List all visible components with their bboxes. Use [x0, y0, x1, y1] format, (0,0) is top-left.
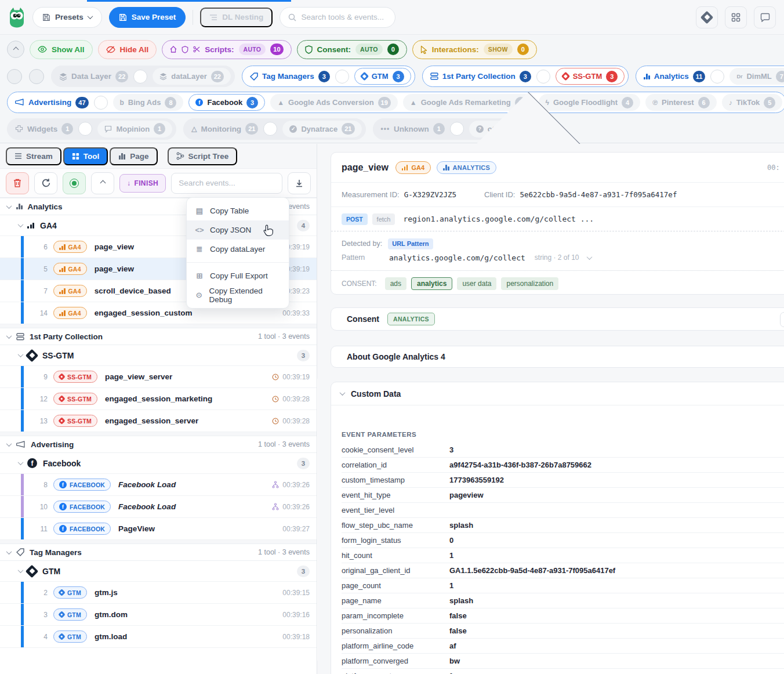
param-row: platform_convergedbw [342, 654, 784, 669]
tool-row-ss-gtm[interactable]: SS-GTM 3 [0, 345, 317, 366]
event-color-bar [21, 582, 24, 603]
custom-data-header[interactable]: Custom Data [331, 382, 784, 405]
presets-button[interactable]: Presets [32, 7, 102, 28]
group-advertising-toggle[interactable]: Advertising 47 [15, 97, 89, 108]
section-header-first-party[interactable]: 1st Party Collection 1 tool · 3 events [0, 328, 317, 345]
events-search-input[interactable] [179, 179, 275, 187]
tool-chip-tiktok[interactable]: ♪ TikTok 5 [722, 94, 783, 111]
group-tag-managers-toggle[interactable]: Tag Managers 3 [250, 71, 330, 82]
group-collapse-button[interactable] [78, 122, 92, 136]
group-collapse-button[interactable] [263, 122, 277, 136]
event-row[interactable]: 12 SS-GTM engaged_session_marketing 00:3… [0, 388, 317, 410]
hide-all-button[interactable]: Hide All [98, 40, 157, 59]
filter-row-collection: Data Layer 22 dataLayer 22 Tag Managers … [0, 63, 784, 89]
menu-item-copy-datalayer[interactable]: ≣Copy dataLayer [187, 240, 289, 259]
events-search[interactable] [171, 173, 282, 194]
tool-chip-bing-ads[interactable]: b Bing Ads 8 [113, 94, 184, 111]
dl-nesting-button[interactable]: DL Nesting [200, 8, 273, 27]
scripts-filter-button[interactable]: Scripts: AUTO 10 [162, 40, 291, 59]
tab-tool[interactable]: Tool [63, 147, 108, 165]
show-all-button[interactable]: Show All [30, 40, 93, 59]
collapse-filters-button[interactable] [7, 41, 24, 58]
tab-page[interactable]: Page [110, 147, 157, 165]
group-first-party-toggle[interactable]: 1st Party Collection 3 [430, 71, 531, 82]
event-row[interactable]: 8 fFACEBOOK Facebook Load 00:39:26 [0, 474, 317, 496]
group-label: Unknown [394, 125, 429, 133]
tool-name: SS-GTM [42, 351, 74, 360]
nested-list-icon [209, 14, 217, 21]
loading-progress-bar [87, 0, 291, 2]
ss-gtm-diamond-icon [59, 396, 64, 401]
event-row[interactable]: 4 GTM gtm.load 00:39:18 [0, 626, 317, 648]
group-monitoring-toggle[interactable]: △ Monitoring 21 [191, 123, 258, 135]
tool-chip-google-floodlight[interactable]: ϟ Google Floodlight 4 [539, 94, 641, 111]
ga4-bars-icon [59, 244, 66, 250]
tool-chip-mopinion[interactable]: Mopinion 1 [97, 121, 172, 137]
gtm-shortcut-button[interactable] [696, 6, 718, 28]
group-collapse-button[interactable] [450, 122, 464, 136]
clipped-button[interactable] [780, 312, 784, 327]
tool-chip-google-ads-conversion[interactable]: ▲ Google Ads Conversion 19 [270, 94, 398, 111]
group-widgets-toggle[interactable]: Widgets 1 [15, 123, 73, 135]
save-preset-button[interactable]: Save Preset [109, 7, 186, 28]
grid-icon [72, 153, 79, 160]
group-collapse-button[interactable] [710, 70, 724, 84]
tools-search[interactable] [280, 7, 395, 28]
group-collapse-button[interactable] [94, 96, 108, 110]
menu-item-copy-full-export[interactable]: ⊞Copy Full Export [187, 266, 289, 285]
consent-filter-button[interactable]: Consent: AUTO 0 [297, 40, 407, 59]
tool-chip-count: 3 [393, 71, 404, 82]
collapse-all-button[interactable] [91, 172, 114, 194]
hide-all-label: Hide All [120, 45, 149, 54]
tool-chip-dimml[interactable]: Dr DimML 7 [729, 68, 784, 85]
param-row: correlation_ida9f42754-a31b-436f-b387-26… [342, 458, 784, 473]
tool-row-gtm[interactable]: GTM 3 [0, 561, 317, 582]
gtm-diamond-icon [59, 590, 64, 595]
group-collapse-button[interactable] [133, 70, 147, 84]
group-unknown-toggle[interactable]: ••• Unknown 1 [381, 123, 445, 135]
finish-button[interactable]: ↓ FINISH [119, 174, 166, 193]
event-row[interactable]: 3 GTM gtm.dom 00:39:16 [0, 604, 317, 626]
tool-chip-dynatrace[interactable]: ✓ Dynatrace 21 [282, 121, 361, 137]
tool-chip-ss-gtm[interactable]: SS-GTM 3 [556, 68, 625, 85]
event-name: engaged_session_server [105, 416, 198, 425]
tool-chip-gtm[interactable]: GTM 3 [354, 68, 411, 85]
event-time: 00:39:33 [282, 309, 310, 317]
tab-script-tree[interactable]: Script Tree [168, 147, 238, 165]
consent-section-card[interactable]: Consent ANALYTICS [331, 307, 784, 331]
scroll-right-button[interactable] [29, 69, 44, 84]
tab-stream[interactable]: Stream [6, 147, 61, 165]
event-row[interactable]: 11 fFACEBOOK PageView 00:39:27 [0, 518, 317, 540]
group-data-layer-toggle[interactable]: Data Layer 22 [59, 71, 128, 82]
tool-chip-facebook[interactable]: f Facebook 3 [188, 94, 265, 111]
event-row[interactable]: 2 GTM gtm.js 00:39:15 [0, 582, 317, 604]
apps-grid-button[interactable] [725, 6, 747, 28]
event-row[interactable]: 13 SS-GTM engaged_session_server 00:39:2… [0, 410, 317, 432]
menu-item-copy-extended-debug[interactable]: ⊙Copy Extended Debug [187, 285, 289, 305]
group-collapse-button[interactable] [335, 70, 349, 84]
filter-row-misc: Widgets 1 Mopinion 1 △ Monitoring 21 [0, 115, 784, 142]
menu-item-copy-table[interactable]: ▤Copy Table [187, 201, 289, 220]
group-collapse-button[interactable] [536, 70, 550, 84]
tool-chip-pinterest[interactable]: ℗ Pinterest 6 [645, 94, 716, 111]
clear-events-button[interactable] [6, 172, 29, 194]
tools-search-input[interactable] [301, 13, 388, 21]
feedback-button[interactable] [754, 6, 776, 28]
interactions-filter-button[interactable]: Interactions: SHOW 0 [412, 40, 537, 59]
section-header-tag-managers[interactable]: Tag Managers 1 tool · 3 events [0, 543, 317, 561]
event-row[interactable]: 10 fFACEBOOK Facebook Load 00:39:26 [0, 496, 317, 518]
tool-chip-label: dataLayer [171, 72, 206, 81]
refresh-button[interactable] [34, 172, 57, 194]
section-header-advertising[interactable]: Advertising 1 tool · 3 events [0, 436, 317, 453]
download-button[interactable] [288, 172, 311, 194]
chevron-down-icon[interactable] [586, 254, 592, 260]
record-button[interactable] [63, 172, 86, 194]
event-color-bar [21, 302, 24, 324]
group-analytics-toggle[interactable]: Analytics 11 [644, 71, 705, 82]
tool-row-facebook[interactable]: f Facebook 3 [0, 453, 317, 474]
http-method-badge: POST [342, 213, 368, 225]
about-section-card[interactable]: About Google Analytics 4 [331, 346, 784, 368]
event-row[interactable]: 9 SS-GTM page_view_server 00:39:19 [0, 366, 317, 388]
tool-chip-datalayer[interactable]: dataLayer 22 [153, 68, 231, 85]
scroll-left-button[interactable] [7, 69, 22, 84]
